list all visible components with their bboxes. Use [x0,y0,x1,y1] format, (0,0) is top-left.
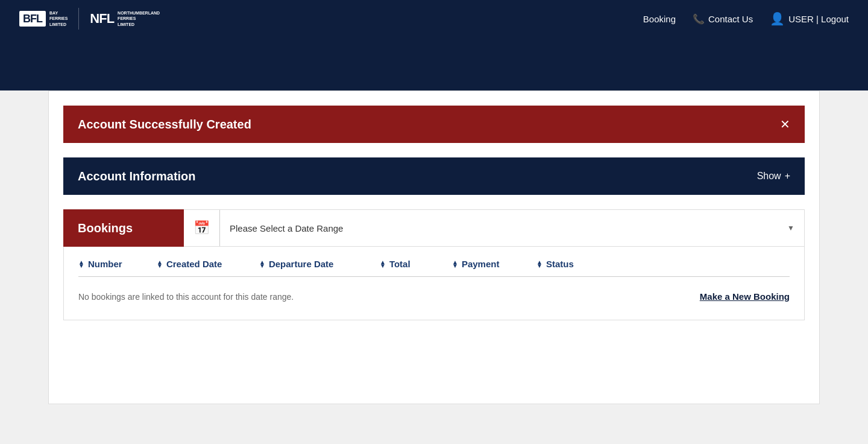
sort-created-icon: ▲▼ [157,261,163,268]
make-new-booking-link[interactable]: Make a New Booking [700,291,790,302]
logo-area: BFL BAY FERRIES LIMITED NFL NORTHUMBERLA… [19,8,160,30]
col-total-label: Total [389,259,410,269]
sort-payment-icon: ▲▼ [452,261,458,268]
bookings-title: Bookings [78,221,133,235]
bookings-title-bar: Bookings [63,209,184,247]
calendar-icon: 📅 [193,220,210,236]
bfl-logo: BFL BAY FERRIES LIMITED [19,10,68,27]
success-banner: Account Successfully Created ✕ [63,106,805,143]
col-number-label: Number [88,259,122,269]
phone-icon: 📞 [693,13,705,25]
col-number-header[interactable]: ▲▼ Number [78,259,157,269]
close-banner-button[interactable]: ✕ [780,118,790,130]
nfl-logo-subtext: NORTHUMBERLAND FERRIES LIMITED [118,10,160,27]
table-header: ▲▼ Number ▲▼ Created Date ▲▼ Departure D… [78,259,790,277]
nav-contact-link[interactable]: 📞 Contact Us [693,13,753,25]
bookings-header: Bookings 📅 Please Select a Date Range ▼ [63,209,805,247]
logo-divider [78,8,79,30]
col-created-label: Created Date [166,259,222,269]
col-departure-label: Departure Date [269,259,334,269]
col-status-header[interactable]: ▲▼ Status [536,259,790,269]
sort-status-icon: ▲▼ [536,261,542,268]
bfl-logo-box: BFL [19,11,46,27]
calendar-icon-wrap: 📅 [184,210,220,246]
user-icon: 👤 [770,11,785,26]
sort-departure-icon: ▲▼ [259,261,265,268]
col-total-header[interactable]: ▲▼ Total [380,259,452,269]
date-range-label: Please Select a Date Range [230,223,343,233]
account-info-bar: Account Information Show + [63,157,805,195]
show-label: Show [757,171,781,182]
sort-number-icon: ▲▼ [78,261,84,268]
nfl-logo: NFL NORTHUMBERLAND FERRIES LIMITED [90,10,160,27]
content-card: Account Successfully Created ✕ Account I… [48,90,820,404]
nav-booking-link[interactable]: Booking [643,14,676,24]
plus-icon: + [785,171,790,182]
col-payment-header[interactable]: ▲▼ Payment [452,259,536,269]
site-header: BFL BAY FERRIES LIMITED NFL NORTHUMBERLA… [0,0,868,37]
account-info-title: Account Information [78,170,196,183]
col-departure-header[interactable]: ▲▼ Departure Date [259,259,380,269]
bookings-table-wrap: ▲▼ Number ▲▼ Created Date ▲▼ Departure D… [63,247,805,320]
bookings-section: Bookings 📅 Please Select a Date Range ▼ [63,209,805,320]
col-created-header[interactable]: ▲▼ Created Date [157,259,259,269]
nav-user-area[interactable]: 👤 USER | Logout [770,11,849,26]
col-payment-label: Payment [462,259,500,269]
no-bookings-row: No bookings are linked to this account f… [78,277,790,302]
success-message: Account Successfully Created [78,118,251,132]
date-range-dropdown[interactable]: Please Select a Date Range ▼ [220,223,804,233]
bookings-filter: 📅 Please Select a Date Range ▼ [184,209,805,247]
sort-total-icon: ▲▼ [380,261,386,268]
contact-label: Contact Us [708,14,753,24]
bfl-logo-subtext: BAY FERRIES LIMITED [49,10,68,27]
no-bookings-message: No bookings are linked to this account f… [78,292,294,302]
main-wrapper: Account Successfully Created ✕ Account I… [0,90,868,444]
header-nav: Booking 📞 Contact Us 👤 USER | Logout [643,11,849,26]
dropdown-arrow-icon: ▼ [787,224,794,232]
col-status-label: Status [546,259,574,269]
nfl-logo-main: NFL [90,11,114,27]
user-label: USER | Logout [788,14,849,24]
hero-band [0,37,868,90]
show-account-info-button[interactable]: Show + [757,171,790,182]
